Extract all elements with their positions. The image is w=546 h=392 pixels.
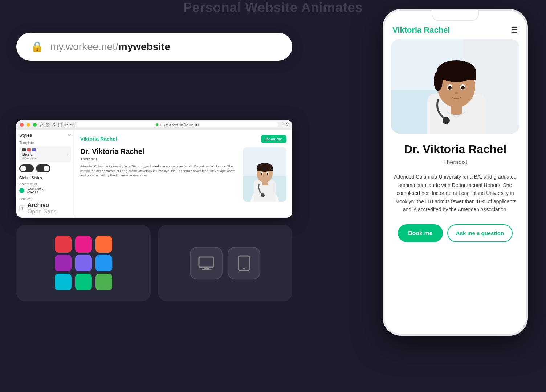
canvas-doctor-title: Therapist bbox=[80, 157, 237, 161]
settings-icon[interactable]: ⚙ bbox=[52, 122, 56, 127]
canvas-book-button[interactable]: Book Me bbox=[261, 135, 286, 143]
template-label: Template bbox=[19, 141, 71, 145]
help-icon[interactable]: ? bbox=[286, 122, 289, 127]
canvas-area: Viktoria Rachel Book Me Dr. Viktoria Rac… bbox=[74, 130, 292, 217]
color-grid-card bbox=[16, 225, 151, 301]
phone-ask-button[interactable]: Ask me a question bbox=[447, 224, 513, 242]
phone-brand: Viktoria Rachel bbox=[392, 25, 450, 35]
svg-point-30 bbox=[448, 86, 452, 90]
svg-point-31 bbox=[461, 86, 465, 90]
device-card bbox=[158, 225, 292, 301]
template-section: Template Basic #Website › bbox=[19, 141, 71, 172]
accent-color-row[interactable]: Accent color #0fe697 bbox=[19, 187, 71, 194]
svg-point-27 bbox=[434, 71, 443, 91]
toggle-row bbox=[19, 164, 71, 172]
canvas-brand: Viktoria Rachel bbox=[80, 136, 117, 142]
styles-sidebar: Styles ✕ Template Basic #Web bbox=[16, 130, 74, 217]
minimize-dot[interactable] bbox=[27, 123, 30, 127]
svg-point-17 bbox=[243, 268, 245, 270]
editor-panel: ⇄ 🖼 ⚙ ⬚ ↩ ↪ my.workee.net/cameron ↑ ? St… bbox=[16, 120, 292, 218]
live-dot bbox=[156, 123, 158, 126]
template-selector[interactable]: Basic #Website › bbox=[19, 146, 71, 162]
svg-rect-33 bbox=[451, 106, 462, 115]
global-styles-section: Global Styles Accent color Accent color … bbox=[19, 176, 71, 215]
main-background: Personal Website Animates 🔒 my.workee.ne… bbox=[0, 0, 546, 392]
svg-rect-7 bbox=[257, 167, 273, 171]
phone-book-button[interactable]: Book me bbox=[398, 224, 443, 242]
editor-url-mini: my.workee.net/cameron bbox=[77, 122, 278, 127]
lock-icon: 🔒 bbox=[31, 41, 44, 53]
toggle-dark[interactable] bbox=[36, 164, 50, 172]
phone-bio: Attended Columbia University for a BA, a… bbox=[392, 173, 518, 213]
phone-hero-photo bbox=[391, 39, 519, 134]
canvas-photo bbox=[243, 147, 286, 202]
toggle-light[interactable] bbox=[19, 164, 34, 172]
phone-profile-content: Dr. Viktoria Rachel Therapist Attended C… bbox=[384, 134, 527, 251]
canvas-doctor-name: Dr. Viktoria Rachel bbox=[80, 147, 237, 156]
font-row[interactable]: T Archivo Open Sans bbox=[19, 202, 71, 215]
svg-rect-14 bbox=[204, 267, 209, 269]
hamburger-menu-icon[interactable]: ☰ bbox=[511, 25, 518, 35]
phone-notch bbox=[432, 10, 479, 21]
color-lavender[interactable] bbox=[75, 255, 92, 271]
svg-rect-12 bbox=[262, 181, 268, 185]
color-row-1 bbox=[55, 236, 112, 253]
accent-color-dot bbox=[19, 188, 24, 193]
phone-content-scroll[interactable]: Viktoria Rachel ☰ bbox=[384, 10, 527, 335]
color-lightgreen[interactable] bbox=[95, 274, 112, 290]
svg-rect-15 bbox=[202, 269, 211, 270]
color-pink[interactable] bbox=[75, 236, 92, 253]
canvas-content: Dr. Viktoria Rachel Therapist Attended C… bbox=[80, 147, 286, 202]
font-pair-label: Font Pair bbox=[19, 197, 71, 201]
image-icon[interactable]: 🖼 bbox=[45, 122, 50, 127]
color-row-3 bbox=[55, 274, 112, 290]
svg-rect-26 bbox=[437, 71, 476, 80]
close-styles-icon[interactable]: ✕ bbox=[68, 133, 71, 138]
phone-doctor-name: Dr. Viktoria Rachel bbox=[392, 142, 518, 156]
canvas-bio: Attended Columbia University for a BA, a… bbox=[80, 164, 237, 178]
undo-icon[interactable]: ↩ bbox=[64, 122, 68, 127]
editor-body: Styles ✕ Template Basic #Web bbox=[16, 130, 292, 217]
color-blue[interactable] bbox=[95, 255, 112, 271]
canvas-text: Dr. Viktoria Rachel Therapist Attended C… bbox=[80, 147, 237, 202]
url-display: my.workee.net/mywebsite bbox=[50, 41, 170, 53]
svg-point-11 bbox=[267, 173, 268, 175]
color-green[interactable] bbox=[75, 274, 92, 290]
frame-icon[interactable]: ⬚ bbox=[58, 122, 62, 127]
svg-point-23 bbox=[443, 117, 450, 124]
canvas-header: Viktoria Rachel Book Me bbox=[80, 135, 286, 143]
svg-rect-13 bbox=[199, 257, 213, 267]
editor-toolbar: ⇄ 🖼 ⚙ ⬚ ↩ ↪ my.workee.net/cameron ↑ ? bbox=[16, 120, 292, 130]
share-icon[interactable]: ↑ bbox=[281, 122, 283, 127]
phone-mockup: Viktoria Rachel ☰ bbox=[383, 9, 528, 336]
color-red[interactable] bbox=[55, 236, 72, 253]
url-bar[interactable]: 🔒 my.workee.net/mywebsite bbox=[16, 33, 292, 61]
toolbar-icons: ⇄ 🖼 ⚙ ⬚ ↩ ↪ bbox=[40, 122, 74, 127]
color-purple[interactable] bbox=[55, 255, 72, 271]
svg-point-32 bbox=[455, 92, 458, 94]
tablet-view-button[interactable] bbox=[228, 247, 260, 279]
close-dot[interactable] bbox=[20, 123, 24, 127]
redo-icon[interactable]: ↪ bbox=[70, 122, 74, 127]
phone-doctor-title: Therapist bbox=[392, 159, 518, 166]
url-section: 🔒 my.workee.net/mywebsite bbox=[16, 33, 292, 61]
maximize-dot[interactable] bbox=[33, 123, 37, 127]
styles-panel-title: Styles ✕ bbox=[19, 133, 71, 138]
phone-action-buttons: Book me Ask me a question bbox=[392, 224, 518, 242]
chevron-right-icon: › bbox=[67, 152, 68, 156]
color-orange[interactable] bbox=[95, 236, 112, 253]
color-cyan[interactable] bbox=[55, 274, 72, 290]
feature-cards-row bbox=[16, 225, 292, 301]
color-row-2 bbox=[55, 255, 112, 271]
font-t-icon: T bbox=[19, 205, 25, 211]
svg-point-4 bbox=[261, 193, 265, 197]
desktop-view-button[interactable] bbox=[190, 247, 223, 279]
shuffle-icon[interactable]: ⇄ bbox=[40, 122, 43, 127]
svg-point-10 bbox=[261, 173, 262, 175]
